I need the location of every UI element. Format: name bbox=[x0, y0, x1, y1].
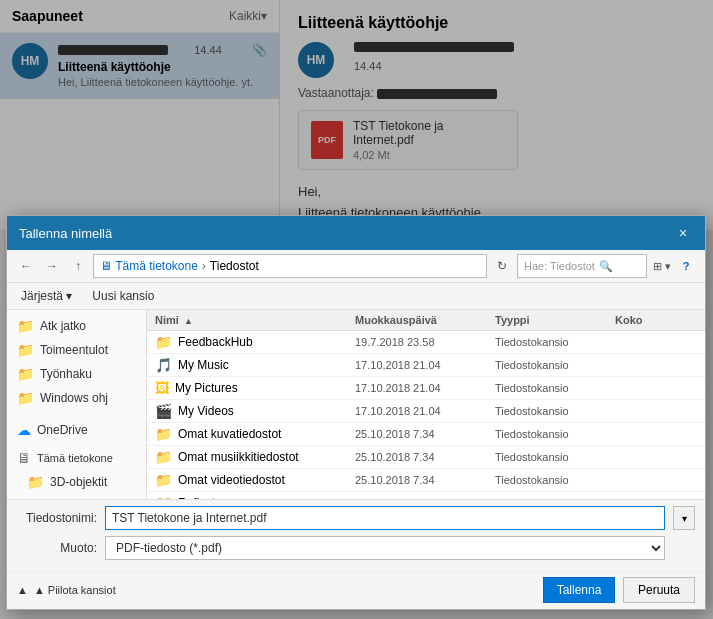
dialog-content: 📁 Atk jatko 📁 Toimeentulot 📁 Työnhaku 📁 … bbox=[7, 310, 705, 499]
file-list-header: Nimi ▲ Muokkauspäivä Tyyppi Koko bbox=[147, 310, 705, 331]
dialog-toolbar: ← → ↑ 🖥 Tämä tietokone › Tiedostot ↻ Hae… bbox=[7, 250, 705, 283]
sidebar-item-3d[interactable]: 📁 3D-objektit bbox=[7, 470, 146, 494]
folder-icon: 📁 bbox=[17, 342, 34, 358]
save-dialog: Tallenna nimellä × ← → ↑ 🖥 Tämä tietokon… bbox=[6, 215, 706, 610]
cloud-icon: ☁ bbox=[17, 422, 31, 438]
folder-icon: 📁 bbox=[17, 318, 34, 334]
dialog-titlebar: Tallenna nimellä × bbox=[7, 216, 705, 250]
filename-row: Tiedostonimi: ▾ bbox=[17, 506, 695, 530]
format-label: Muoto: bbox=[17, 541, 97, 555]
dialog-actions: ▲ ▲ Piilota kansiot Tallenna Peruuta bbox=[7, 572, 705, 609]
sidebar: 📁 Atk jatko 📁 Toimeentulot 📁 Työnhaku 📁 … bbox=[7, 310, 147, 499]
table-row[interactable]: 🎬My Videos 17.10.2018 21.04 Tiedostokans… bbox=[147, 400, 705, 423]
breadcrumb-separator: › bbox=[202, 259, 206, 273]
table-row[interactable]: 🖼My Pictures 17.10.2018 21.04 Tiedostoka… bbox=[147, 377, 705, 400]
search-placeholder: Hae: Tiedostot bbox=[524, 260, 595, 272]
new-folder-button[interactable]: Uusi kansio bbox=[86, 287, 160, 305]
table-row[interactable]: 📁FeedbackHub 19.7.2018 23.58 Tiedostokan… bbox=[147, 331, 705, 354]
folder-icon: 🎵 bbox=[155, 357, 172, 373]
col-type-header[interactable]: Tyyppi bbox=[495, 314, 615, 326]
table-row[interactable]: 📁Omat kuvatiedostot 25.10.2018 7.34 Tied… bbox=[147, 423, 705, 446]
filename-dropdown-button[interactable]: ▾ bbox=[673, 506, 695, 530]
sidebar-item-toimeentulot[interactable]: 📁 Toimeentulot bbox=[7, 338, 146, 362]
save-button[interactable]: Tallenna bbox=[543, 577, 615, 603]
folder-icon: 📁 bbox=[155, 472, 172, 488]
filename-label: Tiedostonimi: bbox=[17, 511, 97, 525]
breadcrumb[interactable]: 🖥 Tämä tietokone › Tiedostot bbox=[93, 254, 487, 278]
folder-icon: 📁 bbox=[17, 390, 34, 406]
table-row[interactable]: 🎵My Music 17.10.2018 21.04 Tiedostokansi… bbox=[147, 354, 705, 377]
collapse-folders-button[interactable]: ▲ ▲ Piilota kansiot bbox=[17, 584, 116, 596]
dialog-bottom: Tiedostonimi: ▾ Muoto: PDF-tiedosto (*.p… bbox=[7, 499, 705, 572]
col-size-header[interactable]: Koko bbox=[615, 314, 695, 326]
up-button[interactable]: ↑ bbox=[67, 255, 89, 277]
sidebar-item-atk[interactable]: 📁 Atk jatko bbox=[7, 314, 146, 338]
dialog-subtoolbar: Järjestä ▾ Uusi kansio bbox=[7, 283, 705, 310]
cancel-button[interactable]: Peruuta bbox=[623, 577, 695, 603]
computer-icon: 🖥 bbox=[17, 450, 31, 466]
refresh-button[interactable]: ↻ bbox=[491, 255, 513, 277]
table-row[interactable]: 📁Omat musiikkitiedostot 25.10.2018 7.34 … bbox=[147, 446, 705, 469]
help-button[interactable]: ? bbox=[675, 255, 697, 277]
format-select[interactable]: PDF-tiedosto (*.pdf) bbox=[105, 536, 665, 560]
view-toggle-button[interactable]: ⊞ ▾ bbox=[651, 255, 673, 277]
folder-icon: 📁 bbox=[17, 366, 34, 382]
file-list: Nimi ▲ Muokkauspäivä Tyyppi Koko 📁Feedba… bbox=[147, 310, 705, 499]
search-icon: 🔍 bbox=[599, 260, 613, 273]
col-date-header[interactable]: Muokkauspäivä bbox=[355, 314, 495, 326]
forward-button[interactable]: → bbox=[41, 255, 63, 277]
folder-icon: 📁 bbox=[27, 474, 44, 490]
arrange-button[interactable]: Järjestä ▾ bbox=[15, 287, 78, 305]
folder-icon: 📁 bbox=[155, 426, 172, 442]
folder-icon: 📁 bbox=[155, 334, 172, 350]
dialog-title: Tallenna nimellä bbox=[19, 226, 112, 241]
dialog-close-button[interactable]: × bbox=[673, 223, 693, 243]
sidebar-item-tyonhaku[interactable]: 📁 Työnhaku bbox=[7, 362, 146, 386]
folder-icon: 📁 bbox=[155, 449, 172, 465]
sort-arrow: ▲ bbox=[184, 316, 193, 326]
breadcrumb-part1: 🖥 Tämä tietokone bbox=[100, 259, 198, 273]
filename-input[interactable] bbox=[105, 506, 665, 530]
pc-icon: 🖥 bbox=[100, 259, 112, 273]
back-button[interactable]: ← bbox=[15, 255, 37, 277]
sidebar-item-windows[interactable]: 📁 Windows ohj bbox=[7, 386, 146, 410]
sidebar-item-onedrive[interactable]: ☁ OneDrive bbox=[7, 418, 146, 442]
folder-icon: 🎬 bbox=[155, 403, 172, 419]
table-row[interactable]: 📁Reflect 12.9.2018 20.05 Tiedostokansio bbox=[147, 492, 705, 499]
format-row: Muoto: PDF-tiedosto (*.pdf) bbox=[17, 536, 695, 560]
folder-icon: 🖼 bbox=[155, 380, 169, 396]
table-row[interactable]: 📁Omat videotiedostot 25.10.2018 7.34 Tie… bbox=[147, 469, 705, 492]
col-name-header[interactable]: Nimi ▲ bbox=[155, 314, 355, 326]
breadcrumb-part2: Tiedostot bbox=[210, 259, 259, 273]
sidebar-item-this-pc[interactable]: 🖥 Tämä tietokone bbox=[7, 446, 146, 470]
collapse-icon: ▲ bbox=[17, 584, 28, 596]
view-options: ⊞ ▾ ? bbox=[651, 255, 697, 277]
search-box[interactable]: Hae: Tiedostot 🔍 bbox=[517, 254, 647, 278]
